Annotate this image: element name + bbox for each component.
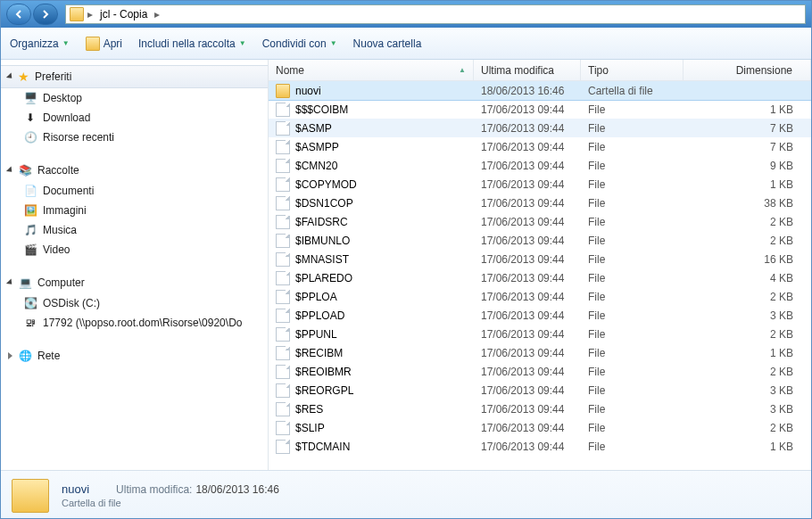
file-row[interactable]: $CMN2017/06/2013 09:44File9 KB xyxy=(269,156,811,175)
file-row[interactable]: $ASMPP17/06/2013 09:44File7 KB xyxy=(269,137,811,156)
file-row[interactable]: $ASMP17/06/2013 09:44File7 KB xyxy=(269,119,811,137)
file-name: $PLAREDO xyxy=(295,272,352,284)
file-icon xyxy=(276,234,290,248)
file-name: $REOIBMR xyxy=(295,366,352,378)
file-name: $ASMP xyxy=(295,122,332,135)
file-icon xyxy=(276,159,290,173)
file-type: File xyxy=(581,291,684,303)
file-size: 1 KB xyxy=(684,347,811,359)
sidebar-item[interactable]: 🖳17792 (\\popso.root.dom\Risorse\0920\Do xyxy=(1,313,268,333)
file-row[interactable]: $TDCMAIN17/06/2013 09:44File1 KB xyxy=(269,437,811,456)
file-row[interactable]: $$$COIBM17/06/2013 09:44File1 KB xyxy=(269,100,811,119)
file-icon xyxy=(276,121,290,136)
sidebar-item[interactable]: 💽OSDisk (C:) xyxy=(1,293,268,313)
sidebar-item[interactable]: ⬇Download xyxy=(1,108,268,128)
file-size: 16 KB xyxy=(684,253,811,266)
file-icon xyxy=(276,252,290,267)
sidebar-favorites-header[interactable]: ★Preferiti xyxy=(1,65,268,88)
collapse-icon xyxy=(6,278,14,286)
file-modified: 17/06/2013 09:44 xyxy=(474,403,581,416)
chevron-down-icon: ▼ xyxy=(330,39,337,47)
folder-icon xyxy=(12,479,49,513)
file-type: File xyxy=(581,328,684,341)
file-row[interactable]: $DSN1COP17/06/2013 09:44File38 KB xyxy=(269,194,811,212)
file-size: 2 KB xyxy=(684,422,811,434)
file-row[interactable]: $SLIP17/06/2013 09:44File2 KB xyxy=(269,418,811,437)
file-icon xyxy=(276,365,290,379)
file-row[interactable]: $RES17/06/2013 09:44File3 KB xyxy=(269,400,811,418)
file-modified: 17/06/2013 09:44 xyxy=(474,291,581,303)
forward-button[interactable] xyxy=(33,4,58,25)
file-type: File xyxy=(581,384,684,397)
organize-menu[interactable]: Organizza▼ xyxy=(10,37,70,50)
sidebar-libraries-header[interactable]: 📚Raccolte xyxy=(1,160,268,181)
file-modified: 17/06/2013 09:44 xyxy=(474,441,581,453)
file-size: 7 KB xyxy=(684,122,811,135)
file-row[interactable]: $REOIBMR17/06/2013 09:44File2 KB xyxy=(269,362,811,381)
desktop-icon: 🖥️ xyxy=(23,91,37,105)
column-name[interactable]: Nome▲ xyxy=(269,60,474,80)
computer-icon: 💻 xyxy=(18,276,32,290)
netdrive-icon: 🖳 xyxy=(23,316,37,330)
file-row[interactable]: $REORGPL17/06/2013 09:44File3 KB xyxy=(269,381,811,400)
sidebar-item[interactable]: 🎬Video xyxy=(1,240,268,260)
sidebar-item[interactable]: 🎵Musica xyxy=(1,220,268,240)
file-modified: 17/06/2013 09:44 xyxy=(474,347,581,359)
column-modified[interactable]: Ultima modifica xyxy=(474,60,581,80)
file-type: File xyxy=(581,235,684,247)
file-modified: 17/06/2013 09:44 xyxy=(474,141,581,153)
file-rows[interactable]: nuovi18/06/2013 16:46Cartella di file$$$… xyxy=(269,81,811,470)
file-name: $DSN1COP xyxy=(295,197,353,210)
file-row[interactable]: $PPLOA17/06/2013 09:44File2 KB xyxy=(269,287,811,306)
file-row[interactable]: $IBMUNLO17/06/2013 09:44File2 KB xyxy=(269,231,811,250)
file-modified: 17/06/2013 09:44 xyxy=(474,328,581,341)
sidebar-item[interactable]: 🖥️Desktop xyxy=(1,88,268,108)
download-icon: ⬇ xyxy=(23,111,37,125)
file-modified: 17/06/2013 09:44 xyxy=(474,216,581,228)
sidebar-item[interactable]: 🖼️Immagini xyxy=(1,201,268,220)
pictures-icon: 🖼️ xyxy=(23,203,37,218)
file-row[interactable]: $MNASIST17/06/2013 09:44File16 KB xyxy=(269,250,811,268)
sidebar-item[interactable]: 📄Documenti xyxy=(1,181,268,201)
sidebar-computer-header[interactable]: 💻Computer xyxy=(1,272,268,293)
new-folder-button[interactable]: Nuova cartella xyxy=(353,37,422,50)
file-size: 2 KB xyxy=(684,328,811,341)
file-row[interactable]: $PPUNL17/06/2013 09:44File2 KB xyxy=(269,325,811,343)
address-bar[interactable]: ▸ jcl - Copia ▸ xyxy=(65,4,806,24)
file-type: File xyxy=(581,403,684,416)
sidebar-network-header[interactable]: 🌐Rete xyxy=(1,345,268,367)
file-row[interactable]: $PPLOAD17/06/2013 09:44File3 KB xyxy=(269,306,811,325)
file-icon xyxy=(276,290,290,304)
include-menu[interactable]: Includi nella raccolta▼ xyxy=(138,37,246,50)
file-icon xyxy=(276,309,290,323)
share-menu[interactable]: Condividi con▼ xyxy=(262,37,337,50)
file-row[interactable]: $COPYMOD17/06/2013 09:44File1 KB xyxy=(269,175,811,194)
file-type: File xyxy=(581,197,684,210)
recent-icon: 🕘 xyxy=(23,130,37,144)
file-name: $PPUNL xyxy=(295,328,337,341)
file-row[interactable]: $FAIDSRC17/06/2013 09:44File2 KB xyxy=(269,212,811,231)
file-name: $ASMPP xyxy=(295,141,339,153)
file-row[interactable]: $PLAREDO17/06/2013 09:44File4 KB xyxy=(269,268,811,287)
file-icon xyxy=(276,177,290,192)
file-name: $MNASIST xyxy=(295,253,349,266)
open-button[interactable]: Apri xyxy=(86,37,122,51)
file-type: Cartella di file xyxy=(581,85,684,97)
back-button[interactable] xyxy=(6,4,31,25)
column-type[interactable]: Tipo xyxy=(581,60,684,80)
file-modified: 17/06/2013 09:44 xyxy=(474,103,581,116)
file-icon xyxy=(276,421,290,435)
titlebar: ▸ jcl - Copia ▸ xyxy=(1,1,811,28)
sidebar-item-label: Musica xyxy=(43,224,77,236)
file-row[interactable]: nuovi18/06/2013 16:46Cartella di file xyxy=(269,81,811,100)
file-type: File xyxy=(581,141,684,153)
star-icon: ★ xyxy=(18,70,29,84)
file-row[interactable]: $RECIBM17/06/2013 09:44File1 KB xyxy=(269,343,811,362)
file-icon xyxy=(276,440,290,454)
video-icon: 🎬 xyxy=(23,243,37,257)
column-size[interactable]: Dimensione xyxy=(684,60,811,80)
breadcrumb-item[interactable]: jcl - Copia xyxy=(96,6,151,22)
music-icon: 🎵 xyxy=(23,223,37,237)
sidebar-item[interactable]: 🕘Risorse recenti xyxy=(1,128,268,147)
file-name: $PPLOAD xyxy=(295,309,344,322)
